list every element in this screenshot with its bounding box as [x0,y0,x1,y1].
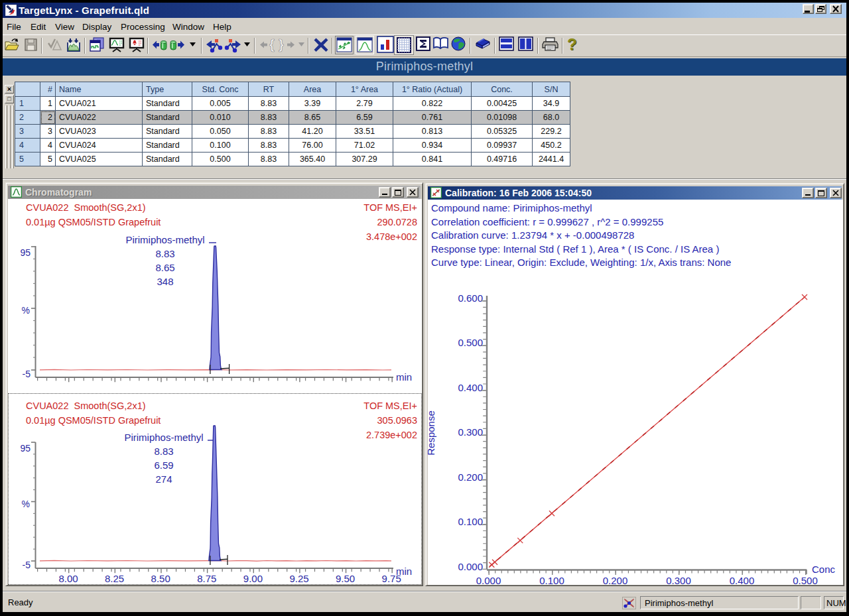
svg-text:0.300: 0.300 [666,575,691,585]
svg-text:8.00: 8.00 [58,573,78,584]
svg-text:8.75: 8.75 [197,573,216,584]
svg-text:9.00: 9.00 [243,573,263,584]
svg-text:0.400: 0.400 [730,575,755,585]
svg-text:8.83: 8.83 [154,446,173,457]
svg-text:0.200: 0.200 [458,471,483,483]
svg-text:0.600: 0.600 [458,292,483,304]
svg-text:Pirimiphos-methyl: Pirimiphos-methyl [125,234,204,245]
svg-text:}: } [279,37,284,52]
svg-text:8.65: 8.65 [155,262,174,273]
svg-text:Curve type: Linear, Origin: Ex: Curve type: Linear, Origin: Exclude, Wei… [431,257,731,268]
svg-text:0.400: 0.400 [458,382,483,393]
svg-text:CVUA022 Smooth(SG,2x1): CVUA022 Smooth(SG,2x1) [26,202,146,213]
svg-text:274: 274 [155,473,172,485]
svg-text:8.25: 8.25 [105,573,124,584]
svg-text:Response type: Internal Std (: Response type: Internal Std ( Ref 1 ), A… [431,243,719,255]
svg-text:Pirimiphos-methyl: Pirimiphos-methyl [124,432,203,443]
svg-text:min: min [396,371,412,383]
svg-text:0.000: 0.000 [476,575,501,585]
svg-text:Response: Response [428,410,436,456]
svg-text:0.500: 0.500 [458,337,483,348]
svg-text:95: 95 [20,247,31,258]
svg-text:0.300: 0.300 [458,426,483,438]
svg-text:6.59: 6.59 [154,460,173,471]
svg-text:Conc: Conc [812,564,836,575]
svg-text:305.0963: 305.0963 [377,415,417,426]
svg-text:290.0728: 290.0728 [377,217,417,227]
svg-text:9.75: 9.75 [382,573,401,584]
svg-text:0.500: 0.500 [793,575,818,585]
svg-text:0.100: 0.100 [539,575,564,585]
svg-text:0.100: 0.100 [458,516,483,527]
svg-text:8.83: 8.83 [155,248,174,259]
svg-text:0.01µg QSM05/ISTD Grapefruit: 0.01µg QSM05/ISTD Grapefruit [26,415,161,426]
svg-text:2.739e+002: 2.739e+002 [366,430,417,440]
svg-text:Correlation coefficient: r = 0: Correlation coefficient: r = 0.999627 , … [431,216,663,227]
svg-text:348: 348 [157,276,173,287]
svg-text:{: { [269,37,275,52]
svg-text:0.000: 0.000 [458,561,483,572]
svg-text:%: % [22,305,30,316]
svg-text:TOF MS,EI+: TOF MS,EI+ [363,400,417,411]
svg-text:%: % [22,499,30,509]
svg-text:95: 95 [20,443,31,454]
svg-text:9.25: 9.25 [289,573,308,584]
svg-text:9.50: 9.50 [336,573,355,584]
svg-text:TOF MS,EI+: TOF MS,EI+ [363,202,417,213]
svg-text:8.50: 8.50 [151,573,170,584]
svg-text:Calibration curve: 1.23794 * x: Calibration curve: 1.23794 * x + -0.0004… [431,229,634,241]
svg-text:3.478e+002: 3.478e+002 [366,231,417,242]
svg-text:0.200: 0.200 [603,575,628,585]
svg-text:0.01µg QSM05/ISTD Grapefruit: 0.01µg QSM05/ISTD Grapefruit [26,217,161,227]
svg-text:CVUA022 Smooth(SG,2x1): CVUA022 Smooth(SG,2x1) [26,400,146,411]
svg-text:-5: -5 [23,369,31,379]
svg-text:-5: -5 [23,560,31,570]
svg-text:Compound name: Pirimiphos-meth: Compound name: Pirimiphos-methyl [431,202,592,214]
